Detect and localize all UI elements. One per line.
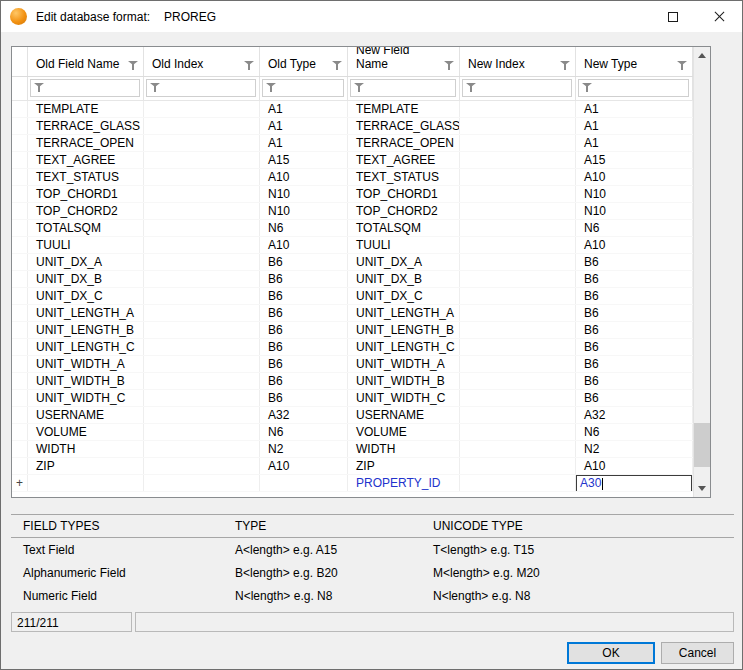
cell-old_index[interactable] [144,118,260,134]
cell-old_index[interactable] [144,305,260,321]
cancel-button[interactable]: Cancel [661,642,734,664]
header-new_type[interactable]: New Type [576,47,693,76]
cell-old_type[interactable]: A10 [260,458,348,474]
cell-old_index[interactable] [144,186,260,202]
header-filter-funnel-icon[interactable] [332,61,342,71]
cell-new_name[interactable]: UNIT_WIDTH_B [348,373,460,389]
cell-new_type[interactable]: B6 [576,305,693,321]
cell-old_index[interactable] [144,458,260,474]
grid-row[interactable]: TERRACE_GLASSA1TERRACE_GLASSA1 [12,118,693,135]
cell-old_name[interactable]: USERNAME [28,407,144,423]
header-filter-funnel-icon[interactable] [128,61,138,71]
cell-old_name[interactable]: ZIP [28,458,144,474]
filter-input-old_type[interactable] [262,79,344,97]
cell-new_name[interactable]: UNIT_LENGTH_A [348,305,460,321]
cell-old_name[interactable]: WIDTH [28,441,144,457]
cell-old_index[interactable] [144,152,260,168]
cell-old_type[interactable]: B6 [260,373,348,389]
close-button[interactable] [696,1,742,32]
cell-new_index[interactable] [460,169,576,185]
header-old_type[interactable]: Old Type [260,47,348,76]
cell-new_index[interactable] [460,118,576,134]
new-cell-new_type[interactable]: A30 [576,475,693,491]
cell-old_name[interactable]: UNIT_DX_A [28,254,144,270]
cell-new_type[interactable]: N6 [576,424,693,440]
cell-old_name[interactable]: UNIT_WIDTH_C [28,390,144,406]
grid-row[interactable]: UNIT_WIDTH_AB6UNIT_WIDTH_AB6 [12,356,693,373]
new-cell-old_index[interactable] [144,475,260,491]
filter-funnel-icon[interactable] [266,83,276,93]
filter-input-old_name[interactable] [30,79,140,97]
cell-old_index[interactable] [144,169,260,185]
grid-row[interactable]: UNIT_DX_CB6UNIT_DX_CB6 [12,288,693,305]
cell-new_index[interactable] [460,441,576,457]
cell-old_name[interactable]: UNIT_LENGTH_B [28,322,144,338]
cell-new_name[interactable]: TERRACE_OPEN [348,135,460,151]
maximize-button[interactable] [650,1,696,32]
cell-new_name[interactable]: USERNAME [348,407,460,423]
cell-old_name[interactable]: UNIT_LENGTH_C [28,339,144,355]
cell-new_index[interactable] [460,339,576,355]
cell-new_type[interactable]: B6 [576,356,693,372]
cell-new_index[interactable] [460,356,576,372]
grid-row[interactable]: WIDTHN2WIDTHN2 [12,441,693,458]
cell-new_index[interactable] [460,237,576,253]
cell-old_index[interactable] [144,237,260,253]
cell-old_name[interactable]: VOLUME [28,424,144,440]
cell-old_index[interactable] [144,254,260,270]
cell-new_name[interactable]: TOP_CHORD2 [348,203,460,219]
cell-old_type[interactable]: B6 [260,390,348,406]
cell-old_type[interactable]: N6 [260,424,348,440]
cell-old_type[interactable]: A1 [260,101,348,117]
filter-funnel-icon[interactable] [34,83,44,93]
cell-old_type[interactable]: A10 [260,169,348,185]
cell-new_type[interactable]: B6 [576,288,693,304]
cell-old_name[interactable]: UNIT_LENGTH_A [28,305,144,321]
cell-old_name[interactable]: TEMPLATE [28,101,144,117]
cell-old_type[interactable]: A32 [260,407,348,423]
cell-old_index[interactable] [144,135,260,151]
grid-row[interactable]: UNIT_LENGTH_CB6UNIT_LENGTH_CB6 [12,339,693,356]
cell-new_type[interactable]: B6 [576,271,693,287]
cell-old_name[interactable]: TUULI [28,237,144,253]
new-cell-old_type[interactable] [260,475,348,491]
cell-new_type[interactable]: A10 [576,169,693,185]
cell-new_type[interactable]: N10 [576,203,693,219]
cell-old_type[interactable]: B6 [260,254,348,270]
cell-new_type[interactable]: A1 [576,101,693,117]
cell-old_name[interactable]: UNIT_WIDTH_B [28,373,144,389]
grid-row[interactable]: TEXT_STATUSA10TEXT_STATUSA10 [12,169,693,186]
cell-old_type[interactable]: N10 [260,203,348,219]
cell-new_name[interactable]: TEMPLATE [348,101,460,117]
cell-old_index[interactable] [144,424,260,440]
cell-new_type[interactable]: N2 [576,441,693,457]
cell-old_type[interactable]: B6 [260,356,348,372]
grid-row[interactable]: TEXT_AGREEA15TEXT_AGREEA15 [12,152,693,169]
cell-new_index[interactable] [460,152,576,168]
cell-old_index[interactable] [144,271,260,287]
grid-new-row[interactable]: +PROPERTY_IDA30 [12,475,693,492]
cell-new_index[interactable] [460,135,576,151]
cell-new_type[interactable]: A1 [576,118,693,134]
cell-new_name[interactable]: ZIP [348,458,460,474]
cell-old_name[interactable]: TERRACE_GLASS [28,118,144,134]
cell-new_name[interactable]: VOLUME [348,424,460,440]
grid-row[interactable]: UNIT_LENGTH_AB6UNIT_LENGTH_AB6 [12,305,693,322]
cell-new_name[interactable]: UNIT_DX_B [348,271,460,287]
new-cell-new_index[interactable] [460,475,576,491]
cell-old_type[interactable]: B6 [260,288,348,304]
grid-row[interactable]: TUULIA10TUULIA10 [12,237,693,254]
header-new_name[interactable]: New Field Name [348,47,460,76]
scrollbar-thumb[interactable] [694,423,710,467]
cell-new_name[interactable]: UNIT_DX_C [348,288,460,304]
header-filter-funnel-icon[interactable] [677,61,687,71]
grid-row[interactable]: TOP_CHORD2N10TOP_CHORD2N10 [12,203,693,220]
cell-new_index[interactable] [460,390,576,406]
scroll-up-button[interactable] [694,47,710,64]
cell-new_name[interactable]: TERRACE_GLASS [348,118,460,134]
grid-row[interactable]: TOTALSQMN6TOTALSQMN6 [12,220,693,237]
cell-new_type[interactable]: A32 [576,407,693,423]
grid-row[interactable]: VOLUMEN6VOLUMEN6 [12,424,693,441]
cell-new_name[interactable]: TUULI [348,237,460,253]
header-filter-funnel-icon[interactable] [244,61,254,71]
